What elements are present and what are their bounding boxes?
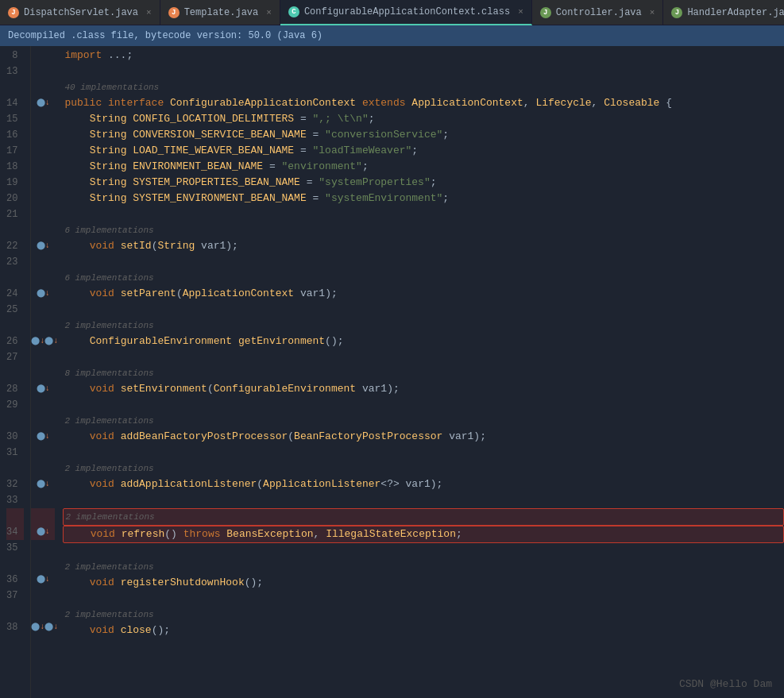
line-number: 21 [6, 206, 24, 222]
line-number [6, 461, 24, 476]
code-line: void registerShutdownHook(); [63, 575, 784, 591]
line-number [6, 508, 24, 524]
code-line: 40 implementations [63, 79, 784, 95]
gutter-item [31, 175, 55, 191]
tab-Template-java[interactable]: JTemplate.java× [160, 0, 280, 25]
line-number: 13 [6, 64, 24, 79]
tab-icon: C [288, 6, 299, 17]
gutter-item [31, 254, 55, 270]
tab-label: ConfigurableApplicationContext.class [304, 6, 510, 17]
gutter-item[interactable]: ⬤↓ [31, 238, 55, 254]
gutter-item[interactable]: ⬤↓ [31, 429, 55, 445]
gutter-item[interactable]: ⬤↓ [31, 572, 55, 588]
gutter-item[interactable]: ⬤↓ [31, 524, 55, 540]
line-number: 20 [6, 191, 24, 206]
code-line: String LOAD_TIME_WEAVER_BEAN_NAME = "loa… [63, 143, 784, 159]
gutter-item[interactable]: ⬤↓ [31, 476, 55, 492]
code-line [63, 302, 784, 318]
line-number: 32 [6, 476, 24, 492]
line-number: 38 [6, 619, 24, 635]
code-line: 6 implementations [63, 222, 784, 238]
gutter-item[interactable]: ⬤↓ [31, 381, 55, 397]
gutter-item [31, 604, 55, 619]
code-line: void setParent(ApplicationContext var1); [63, 286, 784, 302]
code-line [63, 445, 784, 461]
watermark: CSDN @Hello Dam [679, 678, 772, 690]
tab-label: Template.java [184, 7, 259, 18]
line-number: 30 [6, 429, 24, 445]
line-number: 22 [6, 238, 24, 254]
tab-label: Controller.java [556, 7, 642, 18]
gutter-item[interactable]: ⬤↓⬤↓ [31, 619, 55, 635]
gutter-item [31, 191, 55, 206]
line-number: 35 [6, 540, 24, 556]
line-number [6, 365, 24, 381]
line-number: 17 [6, 143, 24, 159]
gutter: ⬤↓⬤↓⬤↓⬤↓⬤↓⬤↓⬤↓⬤↓⬤↓⬤↓⬤↓⬤↓ [31, 46, 55, 698]
gutter-item [31, 445, 55, 461]
line-number: 29 [6, 397, 24, 413]
gutter-item [31, 79, 55, 95]
line-number [6, 270, 24, 286]
tab-close[interactable]: × [518, 7, 523, 17]
code-line [63, 64, 784, 79]
code-line: 2 implementations [63, 559, 784, 575]
line-number: 8 [6, 48, 24, 64]
tab-icon: J [168, 7, 180, 18]
code-line: 2 implementations [63, 508, 784, 526]
tab-DispatchServlet-java[interactable]: JDispatchServlet.java× [0, 0, 160, 25]
code-line: 8 implementations [63, 365, 784, 381]
line-number: 28 [6, 381, 24, 397]
gutter-item [31, 302, 55, 318]
code-content: import ...;40 implementationspublic inte… [55, 46, 784, 698]
code-line: 2 implementations [63, 461, 784, 476]
line-number: 31 [6, 445, 24, 461]
tab-close[interactable]: × [266, 8, 272, 17]
gutter-item [31, 349, 55, 365]
gutter-item [31, 111, 55, 127]
gutter-item [31, 48, 55, 64]
line-number [6, 413, 24, 429]
tab-ConfigurableApplicationContext-class[interactable]: CConfigurableApplicationContext.class× [280, 0, 532, 25]
gutter-item[interactable]: ⬤↓⬤↓ [31, 334, 55, 349]
code-line [63, 397, 784, 413]
code-line: void addApplicationListener(ApplicationL… [63, 476, 784, 492]
gutter-item[interactable]: ⬤↓ [31, 286, 55, 302]
tab-close[interactable]: × [146, 8, 152, 17]
line-number [6, 604, 24, 619]
tab-HandlerAdapter-java[interactable]: JHandlerAdapter.java× [663, 0, 784, 25]
tab-icon: J [540, 7, 551, 18]
gutter-item [31, 461, 55, 476]
code-line [63, 492, 784, 508]
gutter-item [31, 206, 55, 222]
tab-close[interactable]: × [650, 8, 655, 17]
gutter-item [31, 508, 55, 524]
code-line: String SYSTEM_PROPERTIES_BEAN_NAME = "sy… [63, 175, 784, 191]
line-number: 14 [6, 95, 24, 111]
gutter-item [31, 588, 55, 604]
gutter-item [31, 159, 55, 175]
code-line: public interface ConfigurableApplication… [63, 95, 784, 111]
editor-window: JDispatchServlet.java×JTemplate.java×CCo… [0, 0, 784, 698]
code-line: String CONVERSION_SERVICE_BEAN_NAME = "c… [63, 127, 784, 143]
line-number [6, 556, 24, 572]
code-line: 6 implementations [63, 270, 784, 286]
line-number: 34 [6, 524, 24, 540]
gutter-item [31, 397, 55, 413]
line-number: 15 [6, 111, 24, 127]
gutter-item [31, 270, 55, 286]
gutter-item [31, 222, 55, 238]
code-line: void setId(String var1); [63, 238, 784, 254]
code-line: 2 implementations [63, 413, 784, 429]
code-line: ConfigurableEnvironment getEnvironment()… [63, 334, 784, 349]
gutter-item [31, 127, 55, 143]
code-line: void refresh() throws BeansException, Il… [63, 526, 784, 543]
code-line: void setEnvironment(ConfigurableEnvironm… [63, 381, 784, 397]
tab-Controller-java[interactable]: JController.java× [532, 0, 664, 25]
code-line: 2 implementations [63, 318, 784, 334]
code-line [63, 591, 784, 607]
gutter-item[interactable]: ⬤↓ [31, 95, 55, 111]
line-number: 18 [6, 159, 24, 175]
gutter-item [31, 64, 55, 79]
tab-icon: J [671, 7, 682, 18]
